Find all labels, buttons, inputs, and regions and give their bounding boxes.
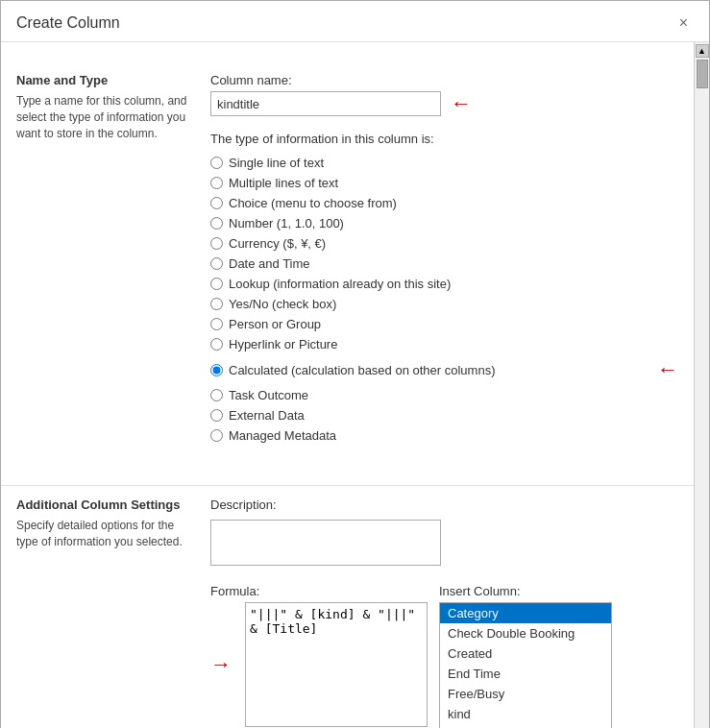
- radio-task-outcome-label: Task Outcome: [229, 388, 308, 402]
- list-item-free-busy[interactable]: Free/Busy: [440, 684, 611, 704]
- radio-person-group[interactable]: Person or Group: [210, 317, 678, 331]
- radio-yes-no-label: Yes/No (check box): [229, 297, 336, 311]
- column-name-arrow: ←: [451, 91, 472, 116]
- scroll-up-button[interactable]: ▲: [696, 44, 709, 58]
- radio-date-time-label: Date and Time: [229, 256, 310, 271]
- insert-column-col: Insert Column: Category Check Double Boo…: [439, 584, 612, 728]
- description-input[interactable]: [210, 520, 441, 566]
- description-label: Description:: [210, 497, 678, 512]
- column-name-group: Column name: ←: [210, 73, 678, 116]
- name-type-section: Name and Type Type a name for this colum…: [1, 42, 694, 473]
- formula-textarea-row: →: [210, 602, 428, 727]
- list-item-category[interactable]: Category: [440, 603, 611, 623]
- section-divider: [1, 485, 694, 486]
- name-type-right: Column name: ← The type of information i…: [203, 58, 694, 473]
- column-name-label: Column name:: [210, 73, 292, 87]
- radio-managed-metadata-input[interactable]: [210, 429, 223, 442]
- radio-person-group-input[interactable]: [210, 318, 223, 330]
- formula-label: Formula:: [210, 584, 428, 598]
- calculated-arrow: ←: [657, 357, 678, 382]
- radio-hyperlink[interactable]: Hyperlink or Picture: [210, 337, 678, 352]
- radio-choice-label: Choice (menu to choose from): [229, 196, 397, 210]
- radio-currency-input[interactable]: [210, 237, 223, 250]
- radio-managed-metadata[interactable]: Managed Metadata: [210, 428, 678, 443]
- list-item-check-double[interactable]: Check Double Booking: [440, 623, 611, 643]
- dialog-title: Create Column: [16, 14, 120, 32]
- radio-number-input[interactable]: [210, 217, 223, 230]
- list-item-location[interactable]: Location: [440, 724, 611, 728]
- radio-task-outcome-input[interactable]: [210, 389, 223, 401]
- name-type-desc: Type a name for this column, and select …: [16, 93, 187, 141]
- radio-single-line[interactable]: Single line of text: [210, 156, 678, 170]
- radio-hyperlink-input[interactable]: [210, 338, 223, 351]
- radio-single-line-input[interactable]: [210, 157, 223, 169]
- insert-column-listbox[interactable]: Category Check Double Booking Created En…: [439, 602, 612, 728]
- additional-desc: Specify detailed options for the type of…: [16, 518, 187, 550]
- radio-managed-metadata-label: Managed Metadata: [229, 428, 336, 443]
- list-item-kind[interactable]: kind: [440, 704, 611, 724]
- radio-external-data-label: External Data: [229, 408, 305, 423]
- formula-col: Formula: →: [210, 584, 428, 728]
- radio-hyperlink-label: Hyperlink or Picture: [229, 337, 337, 352]
- radio-multiple-lines[interactable]: Multiple lines of text: [210, 176, 678, 190]
- additional-left: Additional Column Settings Specify detai…: [1, 497, 203, 728]
- radio-lookup[interactable]: Lookup (information already on this site…: [210, 277, 678, 291]
- radio-person-group-label: Person or Group: [229, 317, 321, 331]
- formula-insert-row: Formula: → Insert Column: Category C: [210, 584, 678, 728]
- radio-date-time[interactable]: Date and Time: [210, 256, 678, 271]
- column-name-input[interactable]: [210, 91, 441, 116]
- radio-calculated-label: Calculated (calculation based on other c…: [229, 363, 496, 377]
- radio-calculated-input[interactable]: [210, 364, 223, 376]
- close-button[interactable]: ×: [673, 12, 694, 34]
- additional-section: Additional Column Settings Specify detai…: [1, 497, 694, 728]
- radio-choice[interactable]: Choice (menu to choose from): [210, 196, 678, 210]
- radio-number-label: Number (1, 1.0, 100): [229, 216, 344, 231]
- formula-arrow: →: [210, 652, 232, 677]
- formula-input[interactable]: [245, 602, 428, 727]
- radio-group: Single line of text Multiple lines of te…: [210, 156, 678, 443]
- radio-calculated[interactable]: Calculated (calculation based on other c…: [210, 363, 648, 377]
- create-column-dialog: Create Column × Name and Type Type a nam…: [0, 0, 710, 728]
- additional-right: Description: Formula: →: [203, 497, 694, 728]
- radio-date-time-input[interactable]: [210, 257, 223, 270]
- radio-lookup-label: Lookup (information already on this site…: [229, 277, 451, 291]
- radio-choice-input[interactable]: [210, 197, 223, 209]
- radio-task-outcome[interactable]: Task Outcome: [210, 388, 678, 402]
- column-name-row: ←: [210, 91, 678, 116]
- additional-title: Additional Column Settings: [16, 497, 187, 512]
- radio-external-data-input[interactable]: [210, 409, 223, 422]
- radio-currency-label: Currency ($, ¥, €): [229, 236, 326, 251]
- name-type-left: Name and Type Type a name for this colum…: [1, 58, 203, 473]
- type-section-label: The type of information in this column i…: [210, 132, 678, 146]
- radio-number[interactable]: Number (1, 1.0, 100): [210, 216, 678, 231]
- radio-yes-no-input[interactable]: [210, 298, 223, 310]
- list-item-created[interactable]: Created: [440, 643, 611, 664]
- scrollbar[interactable]: ▲ ▼: [694, 42, 709, 728]
- radio-external-data[interactable]: External Data: [210, 408, 678, 423]
- insert-column-label: Insert Column:: [439, 584, 612, 598]
- radio-single-line-label: Single line of text: [229, 156, 324, 170]
- scroll-thumb[interactable]: [697, 60, 708, 88]
- name-type-title: Name and Type: [16, 73, 187, 87]
- radio-multiple-lines-input[interactable]: [210, 177, 223, 189]
- radio-lookup-input[interactable]: [210, 278, 223, 290]
- list-item-end-time[interactable]: End Time: [440, 664, 611, 684]
- radio-currency[interactable]: Currency ($, ¥, €): [210, 236, 678, 251]
- main-content: Name and Type Type a name for this colum…: [1, 42, 709, 728]
- radio-calculated-row: Calculated (calculation based on other c…: [210, 357, 678, 382]
- radio-multiple-lines-label: Multiple lines of text: [229, 176, 338, 190]
- radio-yes-no[interactable]: Yes/No (check box): [210, 297, 678, 311]
- dialog-header: Create Column ×: [1, 1, 709, 42]
